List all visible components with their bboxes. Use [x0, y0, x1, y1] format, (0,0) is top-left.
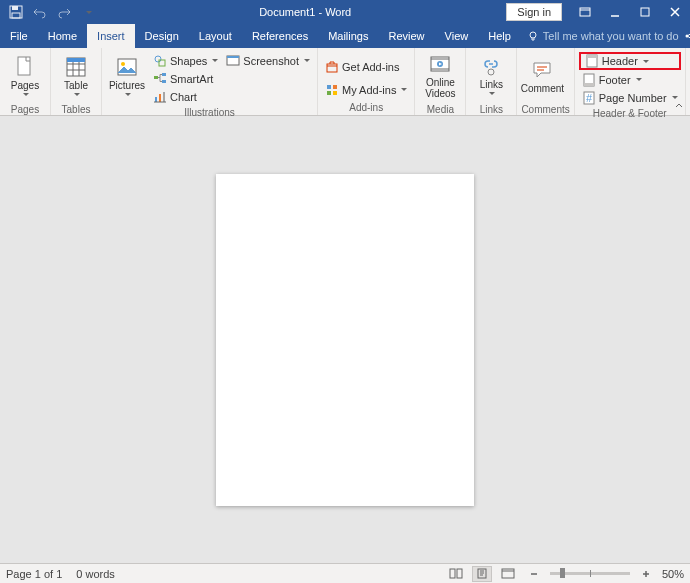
signin-button[interactable]: Sign in [506, 3, 562, 21]
tab-references[interactable]: References [242, 24, 318, 48]
video-label: Online Videos [419, 77, 461, 99]
tab-insert[interactable]: Insert [87, 24, 135, 48]
tell-me-input[interactable] [543, 30, 683, 42]
page-icon [15, 56, 35, 78]
comment-icon [531, 59, 553, 81]
group-comments-label: Comments [521, 102, 569, 117]
share-icon [683, 30, 690, 42]
read-mode-icon[interactable] [446, 566, 466, 582]
group-addins-label: Add-ins [322, 100, 410, 115]
online-videos-button[interactable]: Online Videos [419, 50, 461, 102]
svg-rect-28 [333, 91, 337, 95]
addins-icon [325, 83, 339, 97]
document-area[interactable] [0, 116, 690, 563]
close-icon[interactable] [660, 0, 690, 24]
maximize-icon[interactable] [630, 0, 660, 24]
svg-rect-27 [327, 91, 331, 95]
svg-rect-18 [162, 80, 166, 83]
group-illustrations-label: Illustrations [106, 105, 313, 120]
window-title: Document1 - Word [104, 6, 506, 18]
svg-point-13 [121, 62, 125, 66]
get-addins-button[interactable]: Get Add-ins [322, 58, 410, 75]
svg-rect-4 [641, 8, 649, 16]
svg-rect-11 [67, 58, 85, 62]
shapes-icon [153, 54, 167, 68]
pictures-button[interactable]: Pictures [106, 50, 148, 102]
tab-view[interactable]: View [435, 24, 479, 48]
my-addins-button[interactable]: My Add-ins [322, 81, 410, 98]
screenshot-button[interactable]: Screenshot [223, 52, 313, 69]
redo-icon[interactable] [54, 2, 74, 22]
web-layout-icon[interactable] [498, 566, 518, 582]
comment-button[interactable]: Comment [521, 50, 563, 102]
header-button[interactable]: Header [579, 52, 681, 70]
print-layout-icon[interactable] [472, 566, 492, 582]
word-count[interactable]: 0 words [76, 568, 115, 580]
group-pages-label: Pages [4, 102, 46, 117]
group-links-label: Links [470, 102, 512, 117]
tab-home[interactable]: Home [38, 24, 87, 48]
svg-rect-46 [457, 569, 462, 578]
tell-me-search[interactable] [527, 30, 683, 42]
svg-point-5 [530, 32, 536, 38]
pictures-label: Pictures [109, 80, 145, 91]
svg-point-31 [488, 69, 494, 75]
link-icon [481, 57, 501, 77]
group-header-footer: Header Footer #Page Number Header & Foot… [575, 48, 686, 115]
ribbon: Pages Pages Table Tables Pictures Shapes… [0, 48, 690, 116]
tab-mailings[interactable]: Mailings [318, 24, 378, 48]
svg-text:#: # [586, 92, 593, 104]
smartart-icon [153, 72, 167, 86]
quick-access-toolbar [0, 2, 104, 22]
smartart-label: SmartArt [170, 73, 213, 85]
zoom-level[interactable]: 50% [662, 568, 684, 580]
shapes-button[interactable]: Shapes [150, 52, 221, 69]
ribbon-display-icon[interactable] [570, 0, 600, 24]
links-label: Links [480, 79, 503, 90]
page-count[interactable]: Page 1 of 1 [6, 568, 62, 580]
chart-button[interactable]: Chart [150, 88, 221, 105]
svg-point-14 [155, 56, 161, 62]
tab-review[interactable]: Review [379, 24, 435, 48]
my-addins-label: My Add-ins [342, 84, 396, 96]
undo-icon[interactable] [30, 2, 50, 22]
group-hf-label: Header & Footer [579, 106, 681, 121]
screenshot-label: Screenshot [243, 55, 299, 67]
svg-rect-23 [227, 56, 239, 58]
save-icon[interactable] [6, 2, 26, 22]
comment-label: Comment [521, 83, 564, 94]
table-label: Table [64, 80, 88, 91]
links-button[interactable]: Links [470, 50, 512, 102]
share-button[interactable]: Share [683, 30, 690, 42]
ribbon-tabs: File Home Insert Design Layout Reference… [0, 24, 690, 48]
svg-rect-35 [584, 83, 594, 86]
svg-rect-17 [162, 73, 166, 76]
tab-file[interactable]: File [0, 24, 38, 48]
document-page[interactable] [216, 174, 474, 506]
tab-layout[interactable]: Layout [189, 24, 242, 48]
zoom-out-icon[interactable] [524, 566, 544, 582]
svg-rect-20 [159, 94, 161, 102]
tab-design[interactable]: Design [135, 24, 189, 48]
svg-rect-25 [327, 85, 331, 89]
footer-button[interactable]: Footer [579, 71, 681, 88]
svg-rect-45 [450, 569, 455, 578]
page-number-button[interactable]: #Page Number [579, 89, 681, 106]
page-number-label: Page Number [599, 92, 667, 104]
svg-rect-26 [333, 85, 337, 89]
chart-label: Chart [170, 91, 197, 103]
svg-rect-3 [580, 8, 590, 16]
group-addins: Get Add-ins My Add-ins Add-ins [318, 48, 415, 115]
qat-more-icon[interactable] [78, 2, 98, 22]
group-media-label: Media [419, 102, 461, 117]
tab-help[interactable]: Help [478, 24, 521, 48]
minimize-icon[interactable] [600, 0, 630, 24]
table-button[interactable]: Table [55, 50, 97, 102]
zoom-in-icon[interactable] [636, 566, 656, 582]
collapse-ribbon-icon[interactable] [672, 99, 686, 113]
smartart-button[interactable]: SmartArt [150, 70, 221, 87]
pages-button[interactable]: Pages [4, 50, 46, 102]
window-controls: Sign in [506, 0, 690, 24]
zoom-slider[interactable] [550, 572, 630, 575]
group-media: Online Videos Media [415, 48, 466, 115]
